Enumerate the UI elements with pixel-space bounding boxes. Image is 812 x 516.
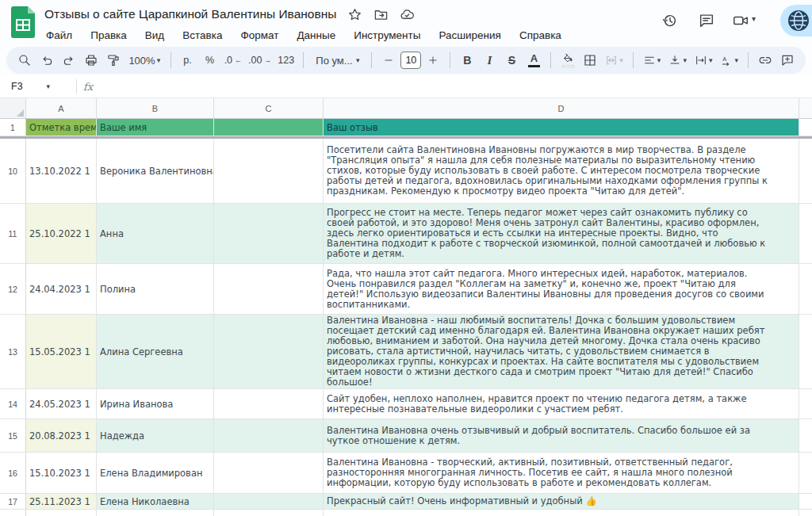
cell-outside[interactable] (799, 315, 812, 389)
increase-font-size-button[interactable] (423, 50, 443, 71)
format-currency-button[interactable]: р. (178, 50, 198, 71)
cell-name[interactable]: Полина (97, 264, 214, 315)
column-header-d[interactable]: D (324, 98, 799, 118)
cloud-saved-icon[interactable] (400, 7, 415, 22)
menu-extensions[interactable]: Расширения (437, 28, 503, 43)
italic-button[interactable]: I (479, 50, 500, 71)
comments-icon[interactable] (695, 10, 718, 32)
merge-cells-button[interactable]: ▾ (602, 50, 626, 71)
cell-empty[interactable] (214, 315, 324, 389)
cell-outside[interactable] (799, 139, 812, 204)
row-header[interactable]: 1 (0, 119, 26, 136)
decrease-font-size-button[interactable] (378, 50, 399, 71)
vertical-align-button[interactable]: ▾ (665, 50, 690, 71)
share-button[interactable] (780, 5, 812, 36)
insert-link-button[interactable] (755, 50, 776, 71)
text-rotation-button[interactable]: A ▾ (717, 50, 741, 71)
borders-button[interactable] (580, 50, 600, 71)
cell-outside[interactable] (799, 119, 812, 136)
chevron-down-icon[interactable]: ▾ (752, 14, 756, 23)
cell-empty[interactable] (214, 453, 324, 494)
undo-button[interactable] (36, 50, 57, 71)
strikethrough-button[interactable]: S (501, 50, 522, 71)
menu-view[interactable]: Вид (144, 28, 166, 43)
cell-review[interactable]: Валентина Ивановна очень отзывчивый и до… (324, 419, 799, 453)
join-call-icon[interactable] (730, 10, 752, 32)
sheets-logo-icon[interactable] (11, 6, 35, 38)
cell-name[interactable]: Елена Владимирован (97, 453, 214, 494)
insert-comment-button[interactable] (777, 50, 798, 71)
cell-header-name[interactable]: Ваше имя (97, 119, 214, 136)
star-icon[interactable] (347, 7, 362, 22)
page-title[interactable]: Отзывы о сайте Царапкиной Валентины Иван… (44, 7, 336, 21)
cell-empty[interactable] (214, 494, 324, 510)
cell-empty[interactable] (214, 510, 324, 516)
zoom-select[interactable]: 100% ▾ (125, 50, 164, 71)
cell-header-review[interactable]: Ваш отзыв (324, 119, 799, 136)
menu-help[interactable]: Справка (518, 28, 563, 43)
cell-empty[interactable] (214, 264, 324, 315)
version-history-icon[interactable] (659, 10, 681, 32)
cell-name[interactable]: Анна (97, 204, 214, 264)
cell-header-timestamp[interactable]: Отметка времени (26, 119, 97, 136)
fill-color-button[interactable] (557, 50, 578, 71)
text-wrap-button[interactable]: ▾ (691, 50, 716, 71)
menu-edit[interactable]: Правка (89, 28, 128, 43)
menu-file[interactable]: Файл (44, 28, 74, 43)
row-header[interactable]: 12 (0, 264, 26, 315)
cell-empty[interactable] (214, 419, 324, 453)
cell-timestamp[interactable]: 24.05.2023 1 (26, 389, 97, 419)
column-header-b[interactable]: B (97, 98, 214, 118)
column-header-a[interactable]: A (26, 98, 97, 118)
cell-review[interactable]: Валентина Ивановна - наш любимый воспита… (324, 315, 799, 389)
name-box[interactable]: F3 ▾ (0, 81, 76, 92)
select-all-corner[interactable] (0, 98, 26, 118)
cell-timestamp[interactable]: 24.04.2023 1 (26, 264, 97, 315)
cell-outside[interactable] (799, 494, 812, 510)
cell-timestamp[interactable] (26, 510, 97, 516)
chevron-down-icon[interactable]: ▾ (47, 83, 51, 90)
cell-name[interactable]: Вероника Валентиновна (97, 139, 214, 204)
cell-timestamp[interactable]: 13.10.2022 1 (26, 139, 97, 204)
row-header[interactable]: 18 (0, 510, 26, 516)
menu-format[interactable]: Формат (239, 28, 280, 43)
cell-outside[interactable] (799, 419, 812, 453)
row-header[interactable]: 11 (0, 204, 26, 264)
font-select[interactable]: По ум... ▾ (310, 50, 365, 71)
move-to-folder-icon[interactable] (373, 7, 389, 22)
font-size-input[interactable]: 10 (400, 52, 421, 69)
menu-tools[interactable]: Инструменты (352, 28, 422, 43)
cell-review[interactable]: Прекрасный сайт! Очень информативный и у… (324, 494, 799, 510)
cell-outside[interactable] (799, 264, 812, 315)
cell-empty[interactable] (214, 139, 324, 204)
cell-name[interactable]: Елена Николаевна (97, 494, 214, 510)
print-button[interactable] (81, 50, 102, 71)
cell-review[interactable]: Посетители сайта Валентиновна Ивановны п… (324, 139, 799, 204)
row-header[interactable]: 14 (0, 389, 26, 419)
menu-insert[interactable]: Вставка (181, 28, 224, 43)
more-formats-button[interactable]: 123 (275, 50, 297, 71)
cell-outside[interactable] (799, 204, 812, 264)
redo-button[interactable] (59, 50, 79, 71)
cell-review[interactable]: Сайт удобен, неплохо наполнен, нравится … (324, 389, 799, 419)
cell-empty[interactable] (214, 389, 324, 419)
cell-outside[interactable] (799, 453, 812, 494)
cell-name[interactable]: Ирина Иванова (97, 389, 214, 419)
cell-outside[interactable] (799, 510, 812, 516)
cell-review[interactable]: Рада, что нашла этот сайт педагога. Мног… (324, 264, 799, 315)
cell-review[interactable]: Валентина Ивановна - творческий, активны… (324, 453, 799, 494)
row-header[interactable]: 16 (0, 453, 26, 494)
paint-format-button[interactable] (103, 50, 124, 71)
cell-timestamp[interactable]: 15.10.2023 1 (26, 453, 97, 494)
format-percent-button[interactable]: % (200, 50, 220, 71)
cell-outside[interactable] (799, 389, 812, 419)
cell-name[interactable]: Алина Сергеевна (97, 315, 214, 389)
cell-review[interactable]: Прогресс не стоит на месте. Теперь педаг… (324, 204, 799, 264)
increase-decimals-button[interactable]: .00→ (246, 50, 274, 71)
cell-review[interactable]: «Всё начинается с детства» - эти слова, … (324, 510, 799, 516)
cell-timestamp[interactable]: 15.05.2023 1 (26, 315, 97, 389)
menu-data[interactable]: Данные (295, 28, 337, 43)
row-header[interactable]: 15 (0, 419, 26, 453)
text-color-button[interactable]: A (523, 50, 544, 71)
cell-timestamp[interactable]: 25.10.2022 1 (26, 204, 97, 264)
